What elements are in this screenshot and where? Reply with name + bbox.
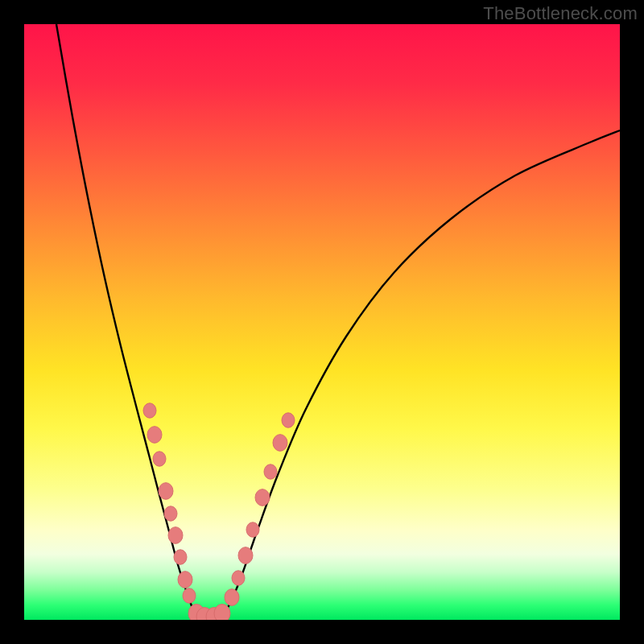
data-marker: [225, 589, 239, 606]
data-marker: [178, 572, 192, 588]
data-marker: [188, 605, 204, 621]
data-marker: [282, 413, 295, 427]
bottleneck-curve: [24, 24, 620, 620]
data-marker: [143, 403, 156, 418]
data-marker: [264, 464, 277, 479]
data-marker: [183, 588, 196, 603]
data-marker: [153, 452, 166, 466]
watermark-text: TheBottleneck.com: [483, 3, 638, 24]
data-marker: [255, 489, 270, 506]
chart-frame: TheBottleneck.com: [0, 0, 644, 644]
data-marker: [246, 522, 259, 537]
data-marker: [196, 608, 213, 621]
data-marker: [238, 547, 253, 564]
data-marker: [214, 605, 230, 621]
data-marker: [159, 483, 173, 500]
data-marker: [164, 506, 177, 521]
data-marker: [206, 608, 222, 621]
plot-area: [24, 24, 620, 620]
data-marker: [168, 527, 183, 544]
data-marker: [174, 550, 187, 564]
data-marker: [273, 435, 287, 452]
data-marker: [147, 427, 162, 444]
data-marker: [232, 571, 245, 585]
